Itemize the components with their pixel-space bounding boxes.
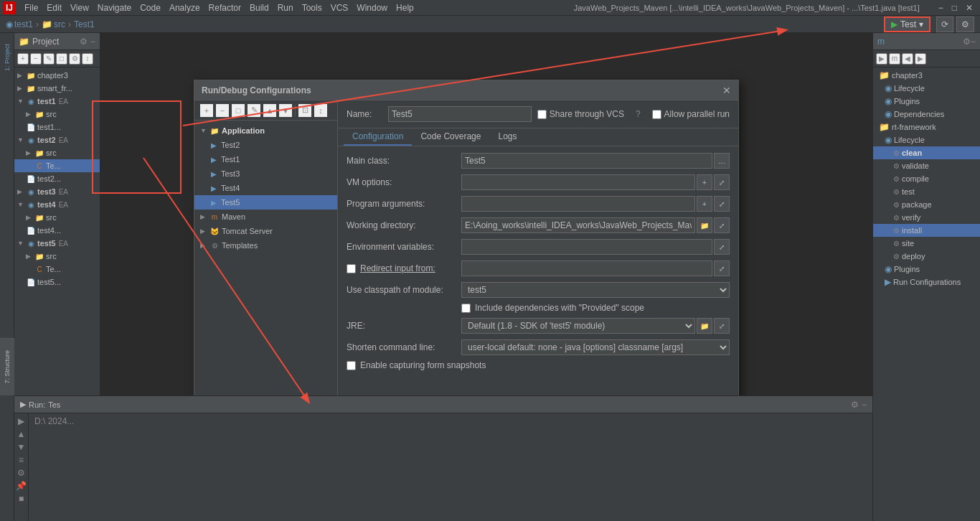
vm-options-expand-btn[interactable]: ⤢ [714, 174, 730, 190]
program-args-expand-btn[interactable]: ⤢ [714, 196, 730, 212]
structure-tab[interactable]: 7: Structure [0, 338, 14, 395]
ant-validate[interactable]: ⚙ validate [873, 159, 980, 172]
tree-test2-java[interactable]: C Te... [14, 159, 100, 172]
panel-settings-icon[interactable]: ⚙ [963, 37, 971, 47]
toolbar-sort-btn[interactable]: ↕ [82, 53, 93, 65]
tab-code-coverage[interactable]: Code Coverage [412, 128, 489, 146]
jre-browse-btn[interactable]: 📁 [697, 318, 712, 334]
toolbar-settings-btn[interactable]: ⚙ [956, 17, 974, 32]
restart-btn[interactable]: ▶ [18, 416, 24, 426]
toolbar-copy-btn[interactable]: □ [56, 53, 67, 65]
vm-options-add-btn[interactable]: + [697, 174, 712, 190]
dlg-tree-test3[interactable]: ▶ Test3 [194, 166, 337, 181]
tree-test1[interactable]: ▼ ◉ test1 EA [14, 95, 100, 108]
toolbar-add-btn[interactable]: + [17, 53, 29, 65]
tree-test1-src[interactable]: ▶ 📁 src [14, 108, 100, 121]
minimize-btn[interactable]: − [934, 1, 948, 14]
ant-compile[interactable]: ⚙ compile [873, 172, 980, 185]
dlg-tree-test2[interactable]: ▶ Test2 [194, 138, 337, 152]
scroll-down-btn[interactable]: ▼ [17, 442, 26, 452]
add-config-btn[interactable]: + [200, 104, 213, 117]
panel-minus-icon[interactable]: − [971, 37, 976, 47]
filter-btn[interactable]: ⊡ [298, 104, 311, 117]
ant-dependencies[interactable]: ◉ Dependencies [873, 108, 980, 121]
breadcrumb-test1[interactable]: ◉ test1 [6, 19, 33, 29]
menu-help[interactable]: Help [392, 1, 418, 14]
menu-refactor[interactable]: Refactor [204, 1, 245, 14]
tree-test5[interactable]: ▼ ◉ test5 EA [14, 237, 100, 250]
ant-next-btn[interactable]: ▶ [915, 53, 926, 65]
include-deps-checkbox[interactable] [461, 304, 471, 313]
menu-build[interactable]: Build [245, 1, 273, 14]
menu-view[interactable]: View [66, 1, 93, 14]
classpath-select[interactable]: test5 [461, 282, 730, 298]
dlg-tree-test1[interactable]: ▶ Test1 [194, 152, 337, 166]
jre-expand-btn[interactable]: ⤢ [714, 318, 730, 334]
bottom-minus-icon[interactable]: − [862, 400, 867, 410]
dlg-tree-test4[interactable]: ▶ Test4 [194, 181, 337, 195]
ant-clean[interactable]: ⚙ clean [873, 146, 980, 159]
working-dir-input[interactable] [461, 217, 695, 233]
menu-file[interactable]: File [20, 1, 42, 14]
tree-test2[interactable]: ▼ ◉ test2 EA [14, 133, 100, 146]
menu-vcs[interactable]: VCS [326, 1, 353, 14]
ant-lifecycle[interactable]: ◉ Lifecycle [873, 82, 980, 95]
dlg-tree-maven[interactable]: ▶ m Maven [194, 210, 337, 224]
close-btn[interactable]: ✕ [961, 1, 977, 14]
working-dir-expand-btn[interactable]: ⤢ [714, 217, 730, 233]
shorten-cmd-select[interactable]: user-local default: none - java [options… [461, 339, 730, 355]
move-down-btn[interactable]: ▼ [279, 104, 292, 117]
program-args-add-btn[interactable]: + [697, 196, 712, 212]
env-vars-edit-btn[interactable]: ⤢ [714, 239, 730, 255]
enable-capturing-checkbox[interactable] [347, 361, 356, 370]
toolbar-remove-btn[interactable]: − [30, 53, 42, 65]
redirect-input-checkbox[interactable] [347, 264, 356, 273]
filter-btn[interactable]: ≡ [19, 455, 24, 465]
ant-lifecycle2[interactable]: ◉ Lifecycle [873, 133, 980, 146]
maximize-btn[interactable]: □ [948, 1, 961, 14]
tree-test5-file[interactable]: 📄 test5... [14, 276, 100, 288]
menu-window[interactable]: Window [352, 1, 392, 14]
name-input[interactable] [388, 106, 532, 122]
allow-parallel-checkbox[interactable] [652, 110, 661, 119]
ant-plugins[interactable]: ◉ Plugins [873, 95, 980, 108]
panel-settings-icon[interactable]: ⚙ [80, 37, 88, 47]
redirect-browse-btn[interactable]: ⤢ [714, 260, 730, 276]
tree-test4[interactable]: ▼ ◉ test4 EA [14, 198, 100, 211]
main-class-browse-btn[interactable]: … [714, 153, 730, 169]
move-up-btn[interactable]: ▲ [263, 104, 276, 117]
copy-config-btn[interactable]: □ [232, 104, 245, 117]
project-tab-icon[interactable]: 1: Project [1, 36, 14, 79]
bottom-settings-icon[interactable]: ⚙ [851, 400, 859, 410]
menu-run[interactable]: Run [273, 1, 298, 14]
dlg-tree-tomcat[interactable]: ▶ 🐱 Tomcat Server [194, 224, 337, 238]
dlg-tree-templates[interactable]: ▶ ⚙ Templates [194, 238, 337, 253]
ant-maven-btn[interactable]: m [889, 53, 900, 65]
tree-test3[interactable]: ▶ ◉ test3 EA [14, 185, 100, 198]
ant-run-btn[interactable]: ▶ [876, 53, 887, 65]
ant-package[interactable]: ⚙ package [873, 198, 980, 211]
tree-smart-fr[interactable]: ▶ 📁 smart_fr... [14, 82, 100, 95]
dialog-close-btn[interactable]: ✕ [722, 85, 731, 96]
sort-btn[interactable]: ↕ [314, 104, 327, 117]
remove-config-btn[interactable]: − [216, 104, 229, 117]
ant-prev-btn[interactable]: ◀ [902, 53, 913, 65]
breadcrumb-test1-file[interactable]: Test1 [74, 19, 95, 29]
scroll-up-btn[interactable]: ▲ [17, 429, 26, 439]
ant-test[interactable]: ⚙ test [873, 185, 980, 198]
dlg-tree-test5[interactable]: ▶ Test5 [194, 195, 337, 210]
ant-rt-framework[interactable]: 📁 rt-framework [873, 121, 980, 133]
menu-analyze[interactable]: Analyze [165, 1, 204, 14]
tree-chapter3[interactable]: ▶ 📁 chapter3 [14, 69, 100, 82]
ant-plugins2[interactable]: ◉ Plugins [873, 263, 980, 276]
redirect-input-field[interactable] [461, 260, 712, 276]
jre-select[interactable]: Default (1.8 - SDK of 'test5' module) [461, 318, 695, 334]
toolbar-sync-btn[interactable]: ⟳ [936, 17, 953, 32]
vm-options-input[interactable] [461, 174, 695, 190]
menu-edit[interactable]: Edit [42, 1, 66, 14]
working-dir-browse-btn[interactable]: 📁 [697, 217, 712, 233]
panel-close-icon[interactable]: − [90, 37, 95, 47]
toolbar-settings-btn[interactable]: ⚙ [69, 53, 80, 65]
help-icon[interactable]: ? [636, 109, 641, 119]
ant-run-configs[interactable]: ▶ Run Configurations [873, 276, 980, 288]
